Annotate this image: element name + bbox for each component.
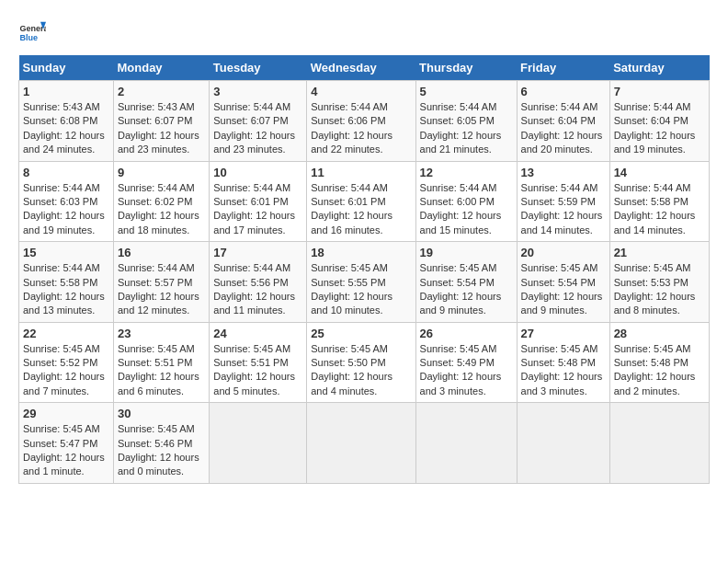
day-cell-25: 25Sunrise: 5:45 AMSunset: 5:50 PMDayligh… (307, 322, 415, 403)
calendar-table: SundayMondayTuesdayWednesdayThursdayFrid… (18, 55, 710, 484)
day-number: 3 (213, 85, 302, 98)
day-number: 20 (521, 246, 606, 259)
day-info: Sunrise: 5:45 AMSunset: 5:54 PMDaylight:… (521, 261, 606, 318)
day-cell-10: 10Sunrise: 5:44 AMSunset: 6:01 PMDayligh… (210, 161, 307, 242)
day-cell-27: 27Sunrise: 5:45 AMSunset: 5:48 PMDayligh… (517, 322, 609, 403)
day-number: 9 (118, 166, 205, 179)
col-header-sunday: Sunday (19, 55, 114, 81)
week-row-4: 22Sunrise: 5:45 AMSunset: 5:52 PMDayligh… (19, 322, 710, 403)
day-number: 25 (311, 327, 411, 340)
day-info: Sunrise: 5:44 AMSunset: 5:59 PMDaylight:… (521, 181, 606, 238)
col-header-tuesday: Tuesday (210, 55, 307, 81)
day-info: Sunrise: 5:44 AMSunset: 5:56 PMDaylight:… (213, 261, 302, 318)
day-info: Sunrise: 5:44 AMSunset: 6:02 PMDaylight:… (118, 181, 205, 238)
day-cell-14: 14Sunrise: 5:44 AMSunset: 5:58 PMDayligh… (609, 161, 709, 242)
day-cell-empty (609, 403, 709, 484)
day-info: Sunrise: 5:45 AMSunset: 5:52 PMDaylight:… (23, 342, 109, 399)
day-info: Sunrise: 5:45 AMSunset: 5:48 PMDaylight:… (614, 342, 705, 399)
day-cell-30: 30Sunrise: 5:45 AMSunset: 5:46 PMDayligh… (113, 403, 209, 484)
day-number: 22 (23, 327, 109, 340)
day-info: Sunrise: 5:44 AMSunset: 5:58 PMDaylight:… (23, 261, 109, 318)
day-info: Sunrise: 5:45 AMSunset: 5:51 PMDaylight:… (118, 342, 205, 399)
day-number: 12 (420, 166, 513, 179)
day-info: Sunrise: 5:44 AMSunset: 6:05 PMDaylight:… (420, 100, 513, 157)
day-info: Sunrise: 5:45 AMSunset: 5:47 PMDaylight:… (23, 422, 109, 479)
day-number: 6 (521, 85, 606, 98)
day-cell-29: 29Sunrise: 5:45 AMSunset: 5:47 PMDayligh… (19, 403, 114, 484)
header-row: SundayMondayTuesdayWednesdayThursdayFrid… (19, 55, 710, 81)
day-info: Sunrise: 5:45 AMSunset: 5:53 PMDaylight:… (614, 261, 705, 318)
day-cell-21: 21Sunrise: 5:45 AMSunset: 5:53 PMDayligh… (609, 242, 709, 323)
day-info: Sunrise: 5:44 AMSunset: 6:06 PMDaylight:… (311, 100, 411, 157)
col-header-saturday: Saturday (609, 55, 709, 81)
col-header-monday: Monday (113, 55, 209, 81)
day-number: 8 (23, 166, 109, 179)
day-info: Sunrise: 5:44 AMSunset: 6:01 PMDaylight:… (311, 181, 411, 238)
day-info: Sunrise: 5:44 AMSunset: 6:01 PMDaylight:… (213, 181, 302, 238)
day-info: Sunrise: 5:45 AMSunset: 5:51 PMDaylight:… (213, 342, 302, 399)
day-cell-9: 9Sunrise: 5:44 AMSunset: 6:02 PMDaylight… (113, 161, 209, 242)
week-row-2: 8Sunrise: 5:44 AMSunset: 6:03 PMDaylight… (19, 161, 710, 242)
logo-icon: GeneralBlue (18, 18, 46, 46)
day-info: Sunrise: 5:45 AMSunset: 5:54 PMDaylight:… (420, 261, 513, 318)
day-cell-11: 11Sunrise: 5:44 AMSunset: 6:01 PMDayligh… (307, 161, 415, 242)
day-number: 7 (614, 85, 705, 98)
day-cell-empty (210, 403, 307, 484)
day-number: 10 (213, 166, 302, 179)
day-info: Sunrise: 5:43 AMSunset: 6:08 PMDaylight:… (23, 100, 109, 157)
day-info: Sunrise: 5:45 AMSunset: 5:48 PMDaylight:… (521, 342, 606, 399)
day-number: 11 (311, 166, 411, 179)
day-cell-7: 7Sunrise: 5:44 AMSunset: 6:04 PMDaylight… (609, 81, 709, 162)
day-cell-17: 17Sunrise: 5:44 AMSunset: 5:56 PMDayligh… (210, 242, 307, 323)
day-number: 23 (118, 327, 205, 340)
day-number: 14 (614, 166, 705, 179)
day-cell-15: 15Sunrise: 5:44 AMSunset: 5:58 PMDayligh… (19, 242, 114, 323)
day-number: 13 (521, 166, 606, 179)
day-info: Sunrise: 5:45 AMSunset: 5:46 PMDaylight:… (118, 422, 205, 479)
day-cell-6: 6Sunrise: 5:44 AMSunset: 6:04 PMDaylight… (517, 81, 609, 162)
logo: GeneralBlue (18, 18, 46, 46)
day-info: Sunrise: 5:44 AMSunset: 5:57 PMDaylight:… (118, 261, 205, 318)
day-number: 16 (118, 246, 205, 259)
day-cell-12: 12Sunrise: 5:44 AMSunset: 6:00 PMDayligh… (415, 161, 517, 242)
day-number: 1 (23, 85, 109, 98)
day-cell-empty (517, 403, 609, 484)
day-number: 24 (213, 327, 302, 340)
day-number: 27 (521, 327, 606, 340)
day-cell-13: 13Sunrise: 5:44 AMSunset: 5:59 PMDayligh… (517, 161, 609, 242)
col-header-friday: Friday (517, 55, 609, 81)
day-cell-18: 18Sunrise: 5:45 AMSunset: 5:55 PMDayligh… (307, 242, 415, 323)
day-cell-28: 28Sunrise: 5:45 AMSunset: 5:48 PMDayligh… (609, 322, 709, 403)
day-cell-empty (415, 403, 517, 484)
day-number: 18 (311, 246, 411, 259)
day-cell-24: 24Sunrise: 5:45 AMSunset: 5:51 PMDayligh… (210, 322, 307, 403)
col-header-thursday: Thursday (415, 55, 517, 81)
day-number: 17 (213, 246, 302, 259)
day-cell-26: 26Sunrise: 5:45 AMSunset: 5:49 PMDayligh… (415, 322, 517, 403)
day-cell-empty (307, 403, 415, 484)
day-info: Sunrise: 5:45 AMSunset: 5:50 PMDaylight:… (311, 342, 411, 399)
week-row-5: 29Sunrise: 5:45 AMSunset: 5:47 PMDayligh… (19, 403, 710, 484)
day-number: 2 (118, 85, 205, 98)
day-cell-23: 23Sunrise: 5:45 AMSunset: 5:51 PMDayligh… (113, 322, 209, 403)
day-number: 28 (614, 327, 705, 340)
week-row-3: 15Sunrise: 5:44 AMSunset: 5:58 PMDayligh… (19, 242, 710, 323)
day-number: 21 (614, 246, 705, 259)
col-header-wednesday: Wednesday (307, 55, 415, 81)
day-info: Sunrise: 5:43 AMSunset: 6:07 PMDaylight:… (118, 100, 205, 157)
day-cell-2: 2Sunrise: 5:43 AMSunset: 6:07 PMDaylight… (113, 81, 209, 162)
day-cell-8: 8Sunrise: 5:44 AMSunset: 6:03 PMDaylight… (19, 161, 114, 242)
day-number: 26 (420, 327, 513, 340)
day-info: Sunrise: 5:44 AMSunset: 6:00 PMDaylight:… (420, 181, 513, 238)
day-cell-4: 4Sunrise: 5:44 AMSunset: 6:06 PMDaylight… (307, 81, 415, 162)
day-cell-20: 20Sunrise: 5:45 AMSunset: 5:54 PMDayligh… (517, 242, 609, 323)
day-info: Sunrise: 5:45 AMSunset: 5:49 PMDaylight:… (420, 342, 513, 399)
week-row-1: 1Sunrise: 5:43 AMSunset: 6:08 PMDaylight… (19, 81, 710, 162)
svg-text:Blue: Blue (20, 33, 39, 42)
day-number: 19 (420, 246, 513, 259)
day-number: 15 (23, 246, 109, 259)
day-cell-19: 19Sunrise: 5:45 AMSunset: 5:54 PMDayligh… (415, 242, 517, 323)
header: GeneralBlue (18, 18, 710, 46)
day-cell-3: 3Sunrise: 5:44 AMSunset: 6:07 PMDaylight… (210, 81, 307, 162)
day-info: Sunrise: 5:44 AMSunset: 6:03 PMDaylight:… (23, 181, 109, 238)
